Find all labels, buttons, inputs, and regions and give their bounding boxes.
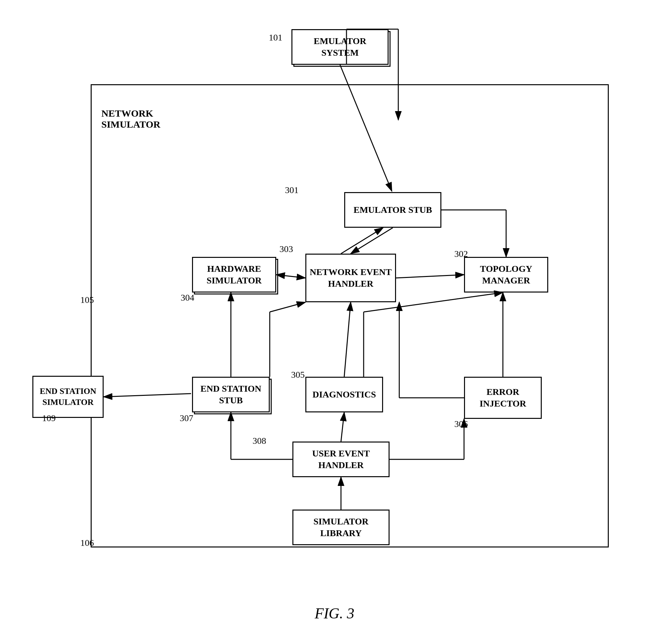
hardware-simulator-label: HARDWARESIMULATOR (207, 263, 262, 287)
ref-304: 304 (181, 293, 194, 303)
svg-line-10 (270, 302, 305, 312)
simulator-library-box: SIMULATORLIBRARY (293, 509, 389, 545)
ref-307: 307 (180, 413, 193, 423)
diagnostics-box: DIAGNOSTICS (305, 377, 383, 412)
ref-106: 106 (80, 538, 94, 548)
error-injector-label: ERRORINJECTOR (480, 386, 526, 410)
ref-101: 101 (269, 32, 282, 43)
ref-105: 105 (80, 295, 94, 305)
network-event-handler-box: NETWORK EVENTHANDLER (305, 254, 396, 302)
ref-302: 302 (454, 249, 468, 259)
emulator-stub-label: EMULATOR STUB (354, 204, 432, 216)
network-simulator-label: NETWORKSIMULATOR (101, 108, 160, 130)
ref-301: 301 (285, 185, 299, 195)
ref-303: 303 (280, 244, 293, 254)
hardware-simulator-box: HARDWARESIMULATOR (192, 257, 276, 293)
svg-line-7 (276, 275, 305, 278)
diagram-container: EMULATORSYSTEM 101 NETWORKSIMULATOR EMUL… (32, 13, 637, 628)
emulator-system-box: EMULATORSYSTEM (291, 29, 388, 65)
topology-manager-label: TOPOLOGYMANAGER (480, 263, 532, 287)
user-event-handler-label: USER EVENTHANDLER (312, 448, 370, 471)
end-station-simulator-box: END STATIONSIMULATOR (32, 376, 104, 418)
fig-text: FIG. 3 (315, 605, 355, 622)
diagnostics-label: DIAGNOSTICS (312, 389, 376, 401)
end-station-stub-label: END STATIONSTUB (200, 383, 261, 407)
svg-line-17 (341, 412, 344, 442)
ref-109: 109 (42, 413, 56, 423)
user-event-handler-box: USER EVENTHANDLER (293, 442, 389, 477)
ref-308: 308 (253, 436, 266, 446)
ref-306: 306 (454, 419, 468, 429)
emulator-system-label: EMULATORSYSTEM (314, 35, 366, 59)
main-container: NETWORKSIMULATOR EMULATOR STUB NETWORK E… (91, 84, 609, 547)
end-station-stub-box: END STATIONSTUB (192, 377, 270, 412)
svg-line-6 (396, 275, 464, 278)
end-station-simulator-label: END STATIONSIMULATOR (40, 386, 97, 408)
arrows-svg (91, 85, 608, 546)
ref-305: 305 (291, 369, 305, 380)
svg-line-11 (344, 302, 351, 377)
topology-manager-box: TOPOLOGYMANAGER (464, 257, 548, 293)
emulator-stub-box: EMULATOR STUB (344, 192, 441, 228)
simulator-library-label: SIMULATORLIBRARY (313, 516, 369, 540)
figure-label: FIG. 3 (315, 605, 355, 622)
svg-line-3 (341, 228, 383, 254)
svg-line-2 (351, 228, 393, 254)
network-event-handler-label: NETWORK EVENTHANDLER (310, 266, 392, 290)
error-injector-box: ERRORINJECTOR (464, 377, 542, 419)
